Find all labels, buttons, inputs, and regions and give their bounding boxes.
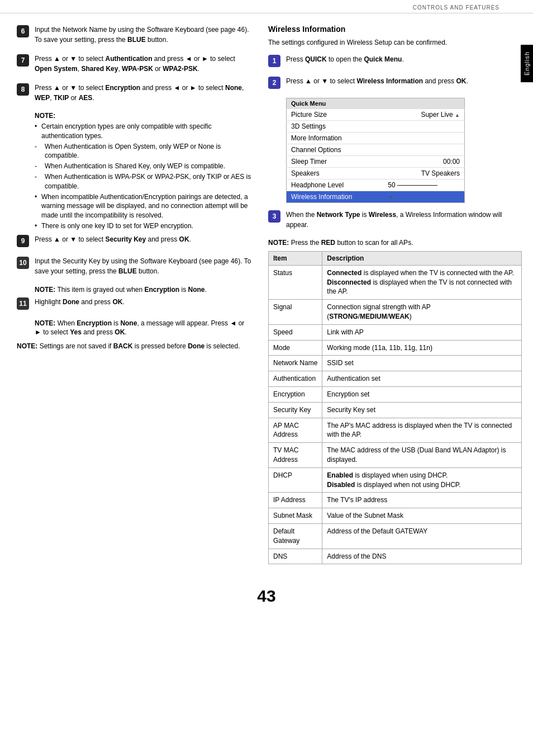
table-item: AP MACAddress xyxy=(269,418,322,443)
qm-value: Super Live ▲ xyxy=(383,108,464,120)
qm-item: 3D Settings xyxy=(287,120,384,132)
qm-item: Picture Size xyxy=(287,108,384,120)
table-description: Encryption set xyxy=(322,386,522,402)
info-table: Item Description Status Connected is dis… xyxy=(268,251,522,565)
qm-value: ▼ xyxy=(383,191,464,202)
table-row: DHCP Enabled is displayed when using DHC… xyxy=(269,467,522,493)
qm-item: More Information xyxy=(287,132,384,144)
quick-menu-row-picture-size: Picture Size Super Live ▲ xyxy=(287,108,465,120)
step-10: 10 Input the Security Key by using the S… xyxy=(17,256,251,276)
step-6: 6 Input the Network Name by using the So… xyxy=(17,25,251,45)
quick-menu-row-channel: Channel Options xyxy=(287,144,465,155)
table-item: Security Key xyxy=(269,402,322,418)
table-description: Connection signal strength with AP (STRO… xyxy=(322,300,522,325)
section-intro: The settings configured in Wireless Setu… xyxy=(268,38,522,48)
table-row: Signal Connection signal strength with A… xyxy=(269,300,522,325)
step-number-10: 10 xyxy=(17,257,29,269)
table-description: Security Key set xyxy=(322,402,522,418)
note-item: Certain encryption types are only compat… xyxy=(35,122,251,141)
step-number-7: 7 xyxy=(17,54,29,67)
page-number: 43 xyxy=(0,575,533,611)
table-item: Network Name xyxy=(269,356,322,371)
step-8-note: NOTE: Certain encryption types are only … xyxy=(35,112,251,231)
qm-item: Channel Options xyxy=(287,144,384,155)
right-step-1-content: Press QUICK to open the Quick Menu. xyxy=(286,54,522,64)
step-9: 9 Press ▲ or ▼ to select Security Key an… xyxy=(17,234,251,247)
table-description: Authentication set xyxy=(322,371,522,387)
step-number-6: 6 xyxy=(17,25,29,37)
step-11-note: NOTE: When Encryption is None, a message… xyxy=(35,319,251,338)
quick-menu-header: Quick Menu xyxy=(287,98,465,108)
qm-value xyxy=(383,144,464,155)
table-item: Mode xyxy=(269,340,322,356)
page-container: CONTROLS AND FEATURES English 6 Input th… xyxy=(0,0,533,756)
right-step-number-2: 2 xyxy=(268,77,280,89)
step-11-content: Highlight Done and press OK. xyxy=(35,297,251,307)
table-item: Status xyxy=(269,265,322,299)
red-note: NOTE: Press the RED button to scan for a… xyxy=(268,239,522,247)
qm-value xyxy=(383,132,464,144)
step-7-content: Press ▲ or ▼ to select Authentication an… xyxy=(35,54,251,74)
right-step-1: 1 Press QUICK to open the Quick Menu. xyxy=(268,54,522,67)
right-step-number-1: 1 xyxy=(268,55,280,67)
table-description: Address of the DNS xyxy=(322,549,522,564)
step-number-9: 9 xyxy=(17,235,29,247)
table-item: Signal xyxy=(269,300,322,325)
step-6-content: Input the Network Name by using the Soft… xyxy=(35,25,251,45)
step-8-content: Press ▲ or ▼ to select Encryption and pr… xyxy=(35,83,251,103)
step-10-content: Input the Security Key by using the Soft… xyxy=(35,256,251,276)
qm-value: 50 —————— xyxy=(383,179,464,191)
quick-menu-row-speakers: Speakers TV Speakers xyxy=(287,167,465,179)
step-7: 7 Press ▲ or ▼ to select Authentication … xyxy=(17,54,251,74)
bottom-note: NOTE: Settings are not saved if BACK is … xyxy=(17,342,251,351)
language-tab: English xyxy=(521,45,533,82)
table-description: The AP's MAC address is displayed when t… xyxy=(322,418,522,443)
table-row: DNS Address of the DNS xyxy=(269,549,522,564)
note-item: When Authentication is Open System, only… xyxy=(35,142,251,161)
note-list: Certain encryption types are only compat… xyxy=(35,122,251,231)
note-item: When Authentication is WPA-PSK or WPA2-P… xyxy=(35,172,251,191)
table-item: DNS xyxy=(269,549,322,564)
qm-value: 00:00 xyxy=(383,155,464,167)
right-step-3-content: When the Network Type is Wireless, a Wir… xyxy=(286,210,522,230)
table-item: Encryption xyxy=(269,386,322,402)
table-description: The TV's IP address xyxy=(322,493,522,508)
table-row: Encryption Encryption set xyxy=(269,386,522,402)
step-11: 11 Highlight Done and press OK. xyxy=(17,297,251,310)
table-row: Mode Working mode (11a, 11b, 11g, 11n) xyxy=(269,340,522,356)
table-description: SSID set xyxy=(322,356,522,371)
col-description: Description xyxy=(322,251,522,265)
step-number-8: 8 xyxy=(17,83,29,96)
table-item: DefaultGateway xyxy=(269,523,322,549)
page-header: CONTROLS AND FEATURES xyxy=(0,0,533,13)
main-content: 6 Input the Network Name by using the So… xyxy=(0,13,533,575)
quick-menu-row-sleep: Sleep Timer 00:00 xyxy=(287,155,465,167)
quick-menu-header-row: Quick Menu xyxy=(287,98,465,108)
col-item: Item xyxy=(269,251,322,265)
table-row: IP Address The TV's IP address xyxy=(269,493,522,508)
step-9-content: Press ▲ or ▼ to select Security Key and … xyxy=(35,234,251,244)
table-item: TV MACAddress xyxy=(269,443,322,468)
table-description: The MAC address of the USB (Dual Band WL… xyxy=(322,443,522,468)
qm-item: Headphone Level xyxy=(287,179,384,191)
table-item: DHCP xyxy=(269,467,322,493)
step-number-11: 11 xyxy=(17,297,29,310)
table-description: Link with AP xyxy=(322,324,522,340)
table-item: Speed xyxy=(269,324,322,340)
table-description: Connected is displayed when the TV is co… xyxy=(322,265,522,299)
quick-menu-row-wireless: Wireless Information ▼ xyxy=(287,191,465,202)
table-row: TV MACAddress The MAC address of the USB… xyxy=(269,443,522,468)
info-table-header: Item Description xyxy=(269,251,522,265)
step-10-note: NOTE: This item is grayed out when Encry… xyxy=(35,285,251,295)
table-row: Subnet Mask Value of the Subnet Mask xyxy=(269,508,522,524)
table-row: AP MACAddress The AP's MAC address is di… xyxy=(269,418,522,443)
right-step-3: 3 When the Network Type is Wireless, a W… xyxy=(268,210,522,230)
note-item: There is only one key ID to set for WEP … xyxy=(35,221,251,231)
right-step-number-3: 3 xyxy=(268,210,280,223)
table-row: Network Name SSID set xyxy=(269,356,522,371)
right-step-2-content: Press ▲ or ▼ to select Wireless Informat… xyxy=(286,76,522,86)
quick-menu-row-more-info: More Information xyxy=(287,132,465,144)
qm-item: Sleep Timer xyxy=(287,155,384,167)
table-row: Status Connected is displayed when the T… xyxy=(269,265,522,299)
step-8: 8 Press ▲ or ▼ to select Encryption and … xyxy=(17,83,251,103)
